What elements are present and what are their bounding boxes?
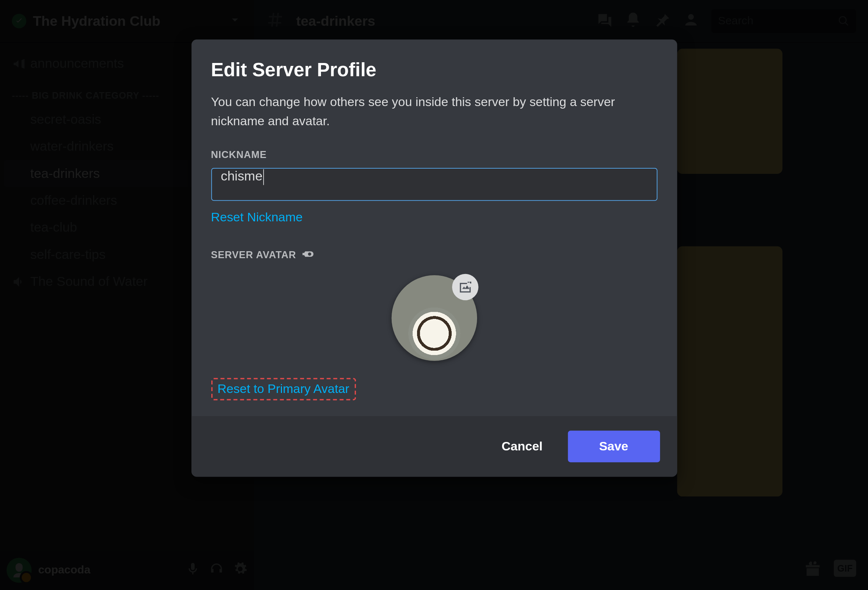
reset-nickname-link[interactable]: Reset Nickname (211, 210, 303, 224)
nickname-value: chisme (221, 169, 263, 183)
cancel-button[interactable]: Cancel (483, 430, 561, 462)
nickname-label: NICKNAME (211, 149, 657, 160)
annotation-highlight: Reset to Primary Avatar (211, 378, 356, 400)
reset-avatar-link[interactable]: Reset to Primary Avatar (217, 382, 349, 396)
modal-overlay[interactable]: Edit Server Profile You can change how o… (0, 0, 868, 590)
upload-image-icon[interactable] (452, 274, 478, 300)
nitro-icon (301, 247, 315, 262)
server-avatar-preview[interactable] (391, 275, 477, 361)
nickname-input[interactable]: chisme (211, 168, 657, 201)
modal-footer: Cancel Save (191, 416, 676, 476)
modal-description: You can change how others see you inside… (211, 93, 657, 130)
save-button[interactable]: Save (568, 430, 660, 462)
modal-title: Edit Server Profile (211, 59, 657, 81)
edit-server-profile-modal: Edit Server Profile You can change how o… (191, 39, 676, 476)
server-avatar-label: SERVER AVATAR (211, 247, 657, 262)
text-caret (263, 169, 264, 185)
